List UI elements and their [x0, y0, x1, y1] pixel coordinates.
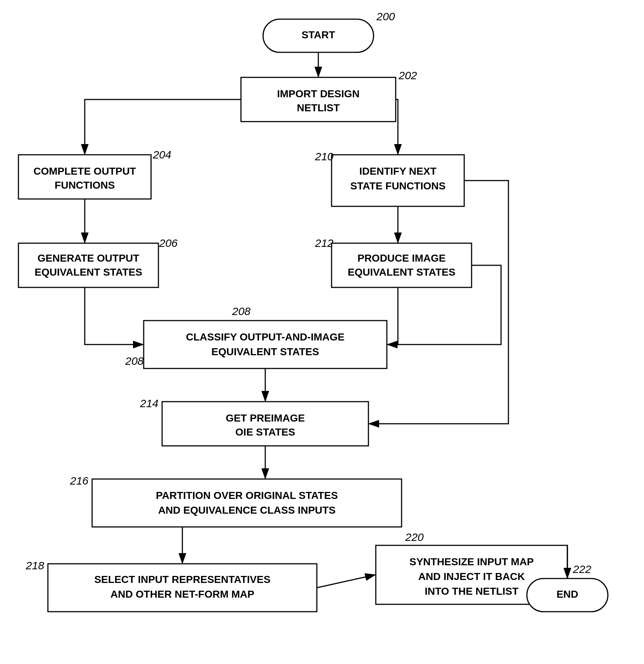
import-label-1: IMPORT DESIGN	[277, 88, 360, 99]
produce-image-label-1: PRODUCE IMAGE	[357, 252, 446, 264]
gen-output-label-2: EQUIVALENT STATES	[35, 266, 142, 278]
flowchart-diagram: START 200 IMPORT DESIGN NETLIST 202 COMP…	[0, 0, 644, 664]
start-number: 200	[376, 10, 395, 22]
partition-number: 216	[70, 475, 88, 487]
svg-rect-7	[332, 243, 472, 287]
partition-label-2: AND EQUIVALENCE CLASS INPUTS	[158, 504, 336, 516]
produce-image-label-2: EQUIVALENT STATES	[348, 266, 455, 278]
classify-number-left: 208	[125, 355, 144, 367]
get-preimage-label-1: GET PREIMAGE	[226, 412, 305, 424]
get-preimage-number: 214	[140, 397, 158, 409]
import-number: 202	[398, 69, 417, 81]
import-label-2: NETLIST	[297, 102, 340, 113]
synthesize-label-2: AND INJECT IT BACK	[418, 571, 525, 582]
get-preimage-label-2: OIE STATES	[235, 426, 295, 438]
identify-next-label-2: STATE FUNCTIONS	[350, 180, 446, 192]
complete-output-label-2: FUNCTIONS	[55, 179, 115, 191]
svg-rect-6	[18, 243, 158, 287]
svg-rect-8	[144, 321, 387, 368]
partition-label-1: PARTITION OVER ORIGINAL STATES	[156, 490, 338, 501]
end-label: END	[556, 588, 578, 600]
gen-output-label-1: GENERATE OUTPUT	[38, 252, 139, 264]
complete-output-label-1: COMPLETE OUTPUT	[34, 165, 136, 177]
produce-image-number: 212	[315, 237, 333, 249]
identify-next-number: 210	[315, 150, 333, 162]
classify-number-top: 208	[232, 305, 251, 317]
classify-label-2: EQUIVALENT STATES	[211, 346, 319, 357]
gen-output-number: 206	[159, 237, 178, 249]
start-label: START	[301, 29, 335, 41]
select-input-number: 218	[25, 559, 44, 572]
classify-label-1: CLASSIFY OUTPUT-AND-IMAGE	[186, 331, 344, 343]
synthesize-number: 220	[405, 531, 424, 543]
select-input-label-2: AND OTHER NET-FORM MAP	[111, 588, 254, 600]
end-number: 222	[573, 563, 591, 575]
complete-output-number: 204	[153, 148, 171, 161]
svg-rect-11	[48, 564, 317, 612]
identify-next-label-1: IDENTIFY NEXT	[359, 165, 437, 177]
synthesize-label-3: INTO THE NETLIST	[425, 586, 519, 597]
svg-rect-10	[92, 479, 402, 527]
select-input-label-1: SELECT INPUT REPRESENTATIVES	[94, 574, 270, 585]
synthesize-label-1: SYNTHESIZE INPUT MAP	[409, 556, 534, 567]
